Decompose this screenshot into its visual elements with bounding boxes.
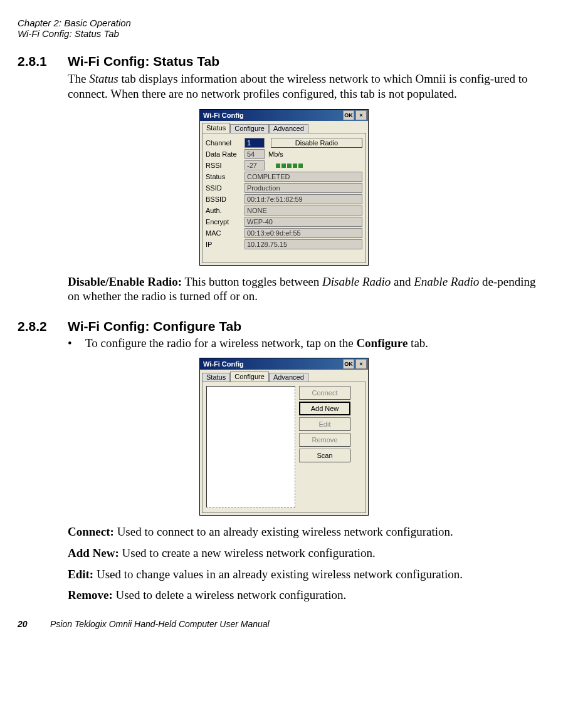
- para-remove: Remove: Used to delete a wireless networ…: [68, 588, 550, 603]
- text-bold: Remove:: [68, 588, 113, 601]
- value-rssi: -27: [245, 160, 265, 170]
- label-channel: Channel: [206, 139, 245, 147]
- scan-button[interactable]: Scan: [299, 449, 350, 462]
- text-italic: Enable Radio: [414, 275, 479, 288]
- text: Used to delete a wireless network config…: [113, 588, 347, 601]
- text-bold: Edit:: [68, 568, 93, 581]
- label-status: Status: [206, 173, 245, 180]
- para-connect: Connect: Used to connect to an already e…: [68, 524, 550, 539]
- text: tab.: [408, 336, 428, 350]
- header-section: Wi-Fi Config: Status Tab: [18, 28, 550, 39]
- value-mac: 00:13:e0:9d:ef:55: [245, 228, 362, 238]
- titlebar: Wi-Fi Config OK ×: [200, 110, 368, 121]
- wifi-status-window: Wi-Fi Config OK × Status Configure Advan…: [199, 109, 369, 266]
- unit-mbps: Mb/s: [268, 150, 283, 158]
- text: Used to connect to an already existing w…: [114, 525, 453, 538]
- bullet-icon: •: [68, 336, 85, 350]
- label-rssi: RSSI: [206, 162, 245, 169]
- network-listbox[interactable]: [206, 386, 295, 507]
- bullet-configure: • To configure the radio for a wireless …: [68, 336, 550, 350]
- text-italic: Status: [89, 72, 118, 85]
- value-channel: 1: [245, 138, 265, 148]
- label-mac: MAC: [206, 229, 245, 237]
- text-bold: Disable/Enable Radio:: [68, 275, 182, 288]
- edit-button[interactable]: Edit: [299, 417, 350, 431]
- remove-button[interactable]: Remove: [299, 433, 350, 447]
- para-status-intro: The Status tab displays information abou…: [68, 71, 550, 101]
- connect-button[interactable]: Connect: [299, 386, 350, 400]
- footer-text: Psion Teklogix Omnii Hand-Held Computer …: [50, 619, 270, 629]
- text-bold: Configure: [356, 336, 408, 350]
- page-number: 20: [18, 619, 50, 629]
- label-datarate: Data Rate: [206, 150, 245, 158]
- section-title: Wi-Fi Config: Status Tab: [68, 54, 219, 69]
- section-number: 2.8.2: [18, 319, 68, 334]
- window-title: Wi-Fi Config: [201, 112, 342, 119]
- text: To configure the radio for a wireless ne…: [85, 336, 356, 350]
- label-ssid: SSID: [206, 184, 245, 192]
- titlebar: Wi-Fi Config OK ×: [200, 358, 368, 370]
- text: The: [68, 72, 89, 85]
- label-encrypt: Encrypt: [206, 218, 245, 226]
- close-button[interactable]: ×: [355, 110, 367, 120]
- text: and: [391, 275, 414, 288]
- ok-button[interactable]: OK: [343, 110, 354, 120]
- para-disable-radio: Disable/Enable Radio: This button toggle…: [68, 274, 550, 304]
- para-edit: Edit: Used to change values in an alread…: [68, 567, 550, 582]
- ok-button[interactable]: OK: [343, 359, 354, 369]
- tab-configure[interactable]: Configure: [230, 124, 269, 133]
- text: This button toggles between: [182, 275, 322, 288]
- text: Used to change values in an already exis…: [93, 568, 463, 581]
- tab-status[interactable]: Status: [202, 373, 230, 382]
- label-bssid: BSSID: [206, 195, 245, 203]
- value-status: COMPLETED: [245, 172, 362, 182]
- value-datarate: 54: [245, 149, 265, 159]
- window-title: Wi-Fi Config: [201, 360, 342, 368]
- text-bold: Add New:: [68, 546, 119, 559]
- text-bold: Connect:: [68, 525, 114, 538]
- value-ip: 10.128.75.15: [245, 239, 362, 249]
- value-encrypt: WEP-40: [245, 217, 362, 227]
- wifi-configure-window: Wi-Fi Config OK × Status Configure Advan…: [199, 358, 369, 516]
- label-auth: Auth.: [206, 207, 245, 214]
- section-title: Wi-Fi Config: Configure Tab: [68, 319, 241, 334]
- header-chapter: Chapter 2: Basic Operation: [18, 18, 550, 28]
- label-ip: IP: [206, 241, 245, 248]
- disable-radio-button[interactable]: Disable Radio: [271, 138, 362, 148]
- tab-advanced[interactable]: Advanced: [269, 373, 308, 382]
- para-add-new: Add New: Used to create a new wireless n…: [68, 546, 550, 561]
- text: tab displays information about the wirel…: [68, 72, 528, 100]
- section-number: 2.8.1: [18, 54, 68, 69]
- signal-strength-icon: [276, 162, 304, 169]
- text: Used to create a new wireless network co…: [119, 546, 376, 559]
- value-ssid: Production: [245, 183, 362, 193]
- add-new-button[interactable]: Add New: [299, 402, 350, 415]
- tab-advanced[interactable]: Advanced: [269, 124, 308, 133]
- value-auth: NONE: [245, 205, 362, 216]
- value-bssid: 00:1d:7e:51:82:59: [245, 194, 362, 204]
- text-italic: Disable Radio: [322, 275, 391, 288]
- page-footer: 20 Psion Teklogix Omnii Hand-Held Comput…: [18, 619, 550, 629]
- close-button[interactable]: ×: [355, 359, 367, 369]
- tab-configure[interactable]: Configure: [230, 372, 269, 382]
- tab-status[interactable]: Status: [202, 123, 230, 133]
